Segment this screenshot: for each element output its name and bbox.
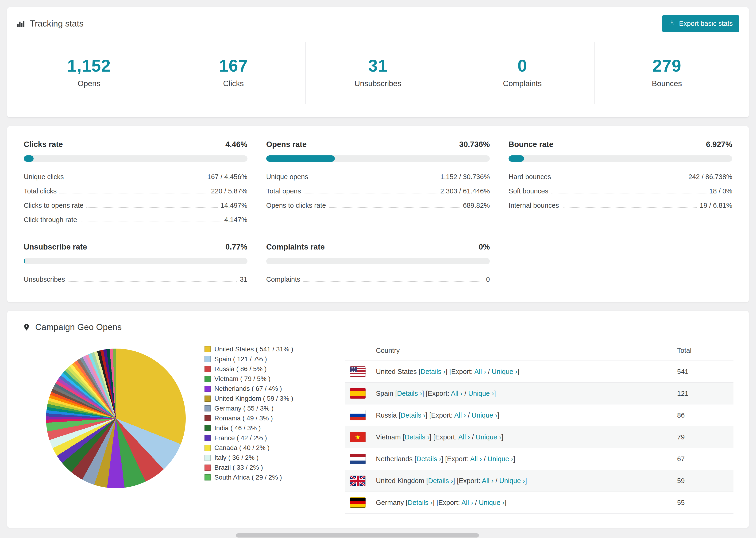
campaign-geo-opens-card: Campaign Geo Opens United States ( 541 /… [7, 311, 749, 528]
country-name: United States [376, 368, 417, 375]
legend-item: Romania ( 49 / 3% ) [204, 413, 317, 423]
export-unique-link[interactable]: Unique › [476, 433, 502, 441]
export-unique-link[interactable]: Unique › [499, 477, 525, 484]
detail-row: Unsubscribes31 [24, 272, 247, 287]
legend-item: Netherlands ( 67 / 4% ) [204, 384, 317, 394]
export-all-link[interactable]: All › [474, 368, 486, 375]
detail-row: Total clicks220 / 5.87% [24, 184, 247, 198]
opens-label: Opens [19, 79, 159, 88]
complaints-rate-progress-bar [266, 258, 490, 264]
export-basic-stats-button[interactable]: Export basic stats [662, 15, 739, 32]
legend-item: Italy ( 36 / 2% ) [204, 453, 317, 463]
export-unique-link[interactable]: Unique › [479, 499, 505, 506]
legend-item: Russia ( 86 / 5% ) [204, 364, 317, 374]
campaign-geo-opens-title-text: Campaign Geo Opens [35, 322, 122, 332]
complaints-rate-title: Complaints rate [266, 242, 325, 251]
clicks-rate-title: Clicks rate [24, 140, 63, 149]
country-name: Spain [376, 390, 393, 397]
export-basic-stats-label: Export basic stats [679, 20, 733, 27]
export-unique-link[interactable]: Unique › [472, 411, 498, 419]
detail-row: Internal bounces19 / 6.81% [509, 198, 732, 213]
bounce-rate-progress-bar [509, 155, 732, 162]
detail-row: Clicks to opens rate14.497% [24, 198, 247, 213]
clicks-rate-value: 4.46% [225, 140, 247, 149]
country-total: 541 [673, 361, 733, 383]
export-all-link[interactable]: All › [482, 477, 494, 484]
export-all-link[interactable]: All › [470, 455, 482, 463]
opens-rate-progress-fill [266, 155, 335, 162]
clicks-rate-progress-fill [24, 155, 33, 162]
country-total: 86 [673, 404, 733, 426]
legend-swatch [204, 366, 211, 372]
complaints-rate-panel: Complaints rate 0% Complaints0 [266, 242, 490, 287]
details-link[interactable]: Details › [407, 499, 432, 506]
dotted-leader [86, 207, 218, 208]
bounces-label: Bounces [597, 79, 737, 88]
legend-swatch [204, 415, 211, 421]
stat-unsubscribes: 31 Unsubscribes [306, 42, 450, 104]
export-unique-link[interactable]: Unique › [488, 455, 513, 463]
country-name: Vietnam [376, 433, 401, 441]
country-total: 59 [673, 470, 733, 492]
legend-swatch [204, 376, 211, 382]
export-all-link[interactable]: All › [454, 411, 466, 419]
export-unique-link[interactable]: Unique › [468, 390, 494, 397]
geo-pie-chart[interactable] [46, 349, 186, 488]
table-header-row: Country Total [345, 341, 733, 361]
opens-rate-panel: Opens rate 30.736% Unique opens1,152 / 3… [266, 140, 490, 227]
horizontal-scrollbar-thumb[interactable] [236, 533, 479, 538]
export-unique-link[interactable]: Unique › [492, 368, 517, 375]
unsubscribe-rate-title: Unsubscribe rate [24, 242, 87, 251]
details-link[interactable]: Details › [401, 411, 425, 419]
table-row: Spain [Details ›] [Export: All › / Uniqu… [345, 383, 733, 404]
table-row: Germany [Details ›] [Export: All › / Uni… [345, 492, 733, 513]
detail-row: Hard bounces242 / 86.738% [509, 170, 732, 184]
legend-swatch [204, 405, 211, 411]
country-total: 67 [673, 448, 733, 470]
export-icon [669, 20, 675, 28]
stat-opens: 1,152 Opens [17, 42, 161, 104]
details-link[interactable]: Details › [397, 390, 422, 397]
export-all-link[interactable]: All › [451, 390, 462, 397]
detail-row: Unique opens1,152 / 30.736% [266, 170, 490, 184]
legend-swatch [204, 356, 211, 362]
details-link[interactable]: Details › [416, 455, 441, 463]
dotted-leader [59, 193, 208, 193]
tracking-stats-page: Tracking stats Export basic stats 1,152 … [0, 0, 756, 528]
opens-count: 1,152 [19, 56, 159, 75]
total-column-header: Total [673, 341, 733, 361]
netherlands-flag-icon [350, 454, 365, 464]
legend-swatch [204, 396, 211, 402]
legend-swatch [204, 474, 211, 480]
opens-rate-value: 30.736% [459, 140, 490, 149]
opens-rate-title: Opens rate [266, 140, 307, 149]
details-link[interactable]: Details › [420, 368, 445, 375]
legend-swatch [204, 386, 211, 392]
unsubscribe-rate-panel: Unsubscribe rate 0.77% Unsubscribes31 [24, 242, 247, 287]
detail-row: Soft bounces18 / 0% [509, 184, 732, 198]
dotted-leader [303, 281, 483, 282]
legend-swatch [204, 435, 211, 441]
country-total: 121 [673, 383, 733, 404]
map-pin-icon [23, 323, 30, 331]
opens-rate-progress-bar [266, 155, 490, 162]
unsubscribe-rate-progress-fill [24, 258, 26, 264]
germany-flag-icon [350, 497, 365, 508]
table-row: United States [Details ›] [Export: All ›… [345, 361, 733, 383]
export-all-link[interactable]: All › [458, 433, 470, 441]
tracking-stats-card: Tracking stats Export basic stats 1,152 … [7, 7, 749, 118]
details-link[interactable]: Details › [405, 433, 429, 441]
tracking-stats-title-text: Tracking stats [30, 19, 83, 28]
dotted-leader [551, 193, 706, 193]
spain-flag-icon [350, 388, 365, 399]
bounce-rate-title: Bounce rate [509, 140, 553, 149]
table-row: Netherlands [Details ›] [Export: All › /… [345, 448, 733, 470]
geo-table: Country Total United States [Details ›] … [345, 341, 733, 513]
geo-content: United States ( 541 / 31% ) Spain ( 121 … [23, 339, 733, 513]
legend-item: Canada ( 40 / 2% ) [204, 443, 317, 453]
legend-item: Vietnam ( 79 / 5% ) [204, 374, 317, 384]
export-all-link[interactable]: All › [461, 499, 473, 506]
details-link[interactable]: Details › [428, 477, 453, 484]
country-name: United Kingdom [376, 477, 424, 484]
tracking-stats-title: Tracking stats [17, 19, 83, 28]
